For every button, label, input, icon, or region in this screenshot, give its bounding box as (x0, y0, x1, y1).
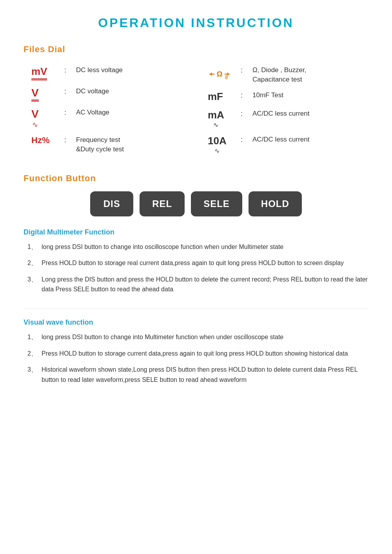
visual-wave-function-section: Visual wave function 1、 long press DSI b… (24, 318, 368, 385)
10a-description: AC/DC less current (252, 135, 309, 144)
omega-symbol: Ω (208, 65, 235, 83)
list-num-3: 3、 (27, 274, 38, 285)
divider (24, 309, 368, 309)
dial-item-10a: 10A ∿ : AC/DC less current (208, 132, 368, 158)
dial-grid: mV : DC less voltage V : DC voltage (31, 62, 368, 158)
mf-symbol: mF (208, 91, 235, 103)
vwf-list-text-1: long press DSI button to change into Mul… (42, 332, 368, 342)
list-item: 2、 Press HOLD button to storage current … (27, 349, 368, 359)
omega-diode-buzzer-icon: Ω (208, 65, 231, 83)
vwf-list-text-2: Press HOLD button to storage current dat… (42, 349, 368, 359)
dial-item-ma: mA ∿ : AC/DC less current (208, 106, 368, 132)
files-dial-heading: Files Dial (24, 44, 368, 54)
rel-button[interactable]: REL (140, 191, 185, 216)
dis-button[interactable]: DIS (90, 191, 133, 216)
page-title: OPERATION INSTRUCTION (24, 16, 368, 30)
dial-column-right: Ω : Ω, Diode , Buzzer, Capacitance test … (208, 62, 368, 158)
list-item: 3、 Long press the DIS button and press t… (27, 274, 368, 294)
vwf-list-num-3: 3、 (27, 365, 38, 375)
v-ac-symbol: V ∿ (31, 108, 59, 129)
dial-item-hz: Hz% : Frequency test &Duty cycle test (31, 132, 192, 157)
digital-multimeter-function-heading: Digital Multimeter Function (24, 228, 368, 236)
vwf-list-text-3: Historical waveform shown state,Long pre… (42, 365, 368, 385)
dial-item-v-ac: V ∿ : AC Voltage (31, 105, 192, 132)
dial-item-mv: mV : DC less voltage (31, 62, 192, 84)
list-text-3: Long press the DIS button and press the … (42, 274, 368, 294)
function-button-heading: Function Button (24, 173, 368, 183)
v-ac-description: AC Voltage (76, 108, 109, 117)
list-item: 2、 Press HOLD button to storage real cur… (27, 258, 368, 268)
vwf-list: 1、 long press DSI button to change into … (27, 332, 368, 385)
list-text-1: long press DSI button to change into osc… (42, 242, 368, 252)
hz-description: Frequency test &Duty cycle test (76, 135, 124, 154)
visual-wave-function-heading: Visual wave function (24, 318, 368, 327)
mf-description: 10mF Test (252, 91, 283, 100)
svg-marker-3 (227, 73, 230, 76)
vwf-list-num-2: 2、 (27, 349, 38, 359)
omega-description: Ω, Diode , Buzzer, Capacitance test (252, 65, 306, 84)
dial-item-omega: Ω : Ω, Diode , Buzzer, Capacitance test (208, 62, 368, 87)
svg-text:Ω: Ω (216, 70, 222, 78)
vwf-list-num-1: 1、 (27, 332, 38, 342)
mv-symbol: mV (31, 65, 59, 80)
ma-description: AC/DC less current (252, 109, 309, 118)
dial-item-mf: mF : 10mF Test (208, 87, 368, 106)
v-dc-description: DC voltage (76, 87, 109, 96)
svg-marker-1 (209, 73, 212, 76)
ma-symbol: mA ∿ (208, 109, 235, 129)
dmf-list: 1、 long press DSI button to change into … (27, 242, 368, 294)
hz-symbol: Hz% (31, 135, 59, 145)
dial-item-v-dc: V : DC voltage (31, 84, 192, 105)
list-item: 1、 long press DSI button to change into … (27, 242, 368, 252)
list-num-2: 2、 (27, 258, 38, 268)
list-item: 3、 Historical waveform shown state,Long … (27, 365, 368, 385)
list-text-2: Press HOLD button to storage real curren… (42, 258, 368, 268)
10a-symbol: 10A ∿ (208, 135, 235, 154)
v-dc-symbol: V (31, 87, 59, 102)
hold-button[interactable]: HOLD (249, 191, 302, 216)
function-button-section: Function Button DIS REL SELE HOLD (24, 173, 368, 216)
digital-multimeter-function-section: Digital Multimeter Function 1、 long pres… (24, 228, 368, 294)
mv-description: DC less voltage (76, 65, 123, 75)
files-dial-section: Files Dial mV : DC less voltage V (24, 44, 368, 158)
list-item: 1、 long press DSI button to change into … (27, 332, 368, 342)
list-num-1: 1、 (27, 242, 38, 252)
sele-button[interactable]: SELE (191, 191, 242, 216)
function-buttons-row: DIS REL SELE HOLD (24, 191, 368, 216)
dial-column-left: mV : DC less voltage V : DC voltage (31, 62, 192, 158)
